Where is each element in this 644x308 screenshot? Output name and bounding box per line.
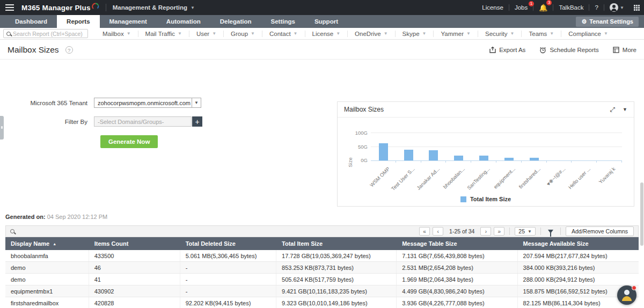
pager-prev-button[interactable]: ‹ <box>433 227 443 236</box>
chevron-down-icon: ▼ <box>510 31 515 36</box>
column-header-total-item-size[interactable]: Total Item Size <box>276 240 397 247</box>
x-label-slot: Hello user ... <box>572 164 597 192</box>
mailbox-sizes-chart-panel: Mailbox Sizes ⤢ ▼ Size 100G 50G 0G WSM O… <box>337 101 634 207</box>
table-row-demo-2[interactable]: demo41-505.624 KB(517,759 bytes)1.969 MB… <box>5 274 639 285</box>
main-tabs: DashboardReportsManagementAutomationDele… <box>5 15 348 28</box>
tenant-settings-button[interactable]: ⚙ Tenant Settings <box>576 17 639 27</box>
cell-display-name: bhoobalanmfa <box>5 250 89 261</box>
x-axis-label: ♥❋~!@#... <box>545 166 566 187</box>
export-as-button[interactable]: Export As <box>489 47 525 53</box>
filter-icon[interactable] <box>548 230 553 233</box>
app-name: M365 Manager Plus <box>21 4 91 12</box>
talkback-label: TalkBack <box>559 4 583 11</box>
menu-onedrive[interactable]: OneDrive▼ <box>347 31 395 37</box>
report-search[interactable] <box>3 29 88 38</box>
help-icon[interactable]: ? <box>65 46 73 54</box>
export-icon <box>489 47 496 53</box>
menu-skype[interactable]: Skype▼ <box>395 31 434 37</box>
generated-on: Generated on: 04 Sep 2020 12:12 PM <box>5 214 107 220</box>
vertical-scrollbar[interactable] <box>640 182 643 246</box>
page-size-select[interactable]: 25 ▼ <box>515 227 536 236</box>
menu-security[interactable]: Security▼ <box>478 31 521 37</box>
chart-bar-test-user-s[interactable] <box>404 150 413 160</box>
tab-dashboard[interactable]: Dashboard <box>5 15 57 28</box>
menu-compliance[interactable]: Compliance▼ <box>561 31 615 37</box>
license-link[interactable]: License <box>477 4 509 11</box>
menu-label: User <box>196 31 209 37</box>
menu-license[interactable]: License▼ <box>305 31 348 37</box>
cell-total-item-size: 17.728 GB(19,035,369,247 bytes) <box>276 250 397 261</box>
table-row-firstsharedmailbox-4[interactable]: firstsharedmailbox42082892.202 KB(94,415… <box>5 297 639 308</box>
talkback-link[interactable]: TalkBack <box>553 4 589 11</box>
help-icon[interactable]: ? <box>589 4 603 11</box>
column-header-message-available-size[interactable]: Message Available Size <box>518 240 639 247</box>
table-row-bhoobalanmfa-0[interactable]: bhoobalanmfa4335005.061 MB(5,306,465 byt… <box>5 250 639 262</box>
cell-message-table-size: 1.969 MB(2,064,384 bytes) <box>397 274 517 285</box>
table-row-equipmentmbx1-3[interactable]: equipmentmbx1430902-9.421 GB(10,116,183,… <box>5 285 639 297</box>
chart-plot-area: 100G 50G 0G <box>371 125 622 160</box>
search-input[interactable] <box>13 31 85 37</box>
menu-label: Group <box>231 31 248 37</box>
apps-grid-icon[interactable] <box>634 5 640 11</box>
tab-support[interactable]: Support <box>305 15 348 28</box>
cell-items-count: 420828 <box>89 297 180 308</box>
hamburger-menu-icon[interactable] <box>5 4 14 11</box>
chevron-down-icon: ▼ <box>212 31 216 36</box>
column-header-message-table-size[interactable]: Message Table Size <box>397 240 517 247</box>
more-button[interactable]: More <box>613 47 636 53</box>
tab-delegation[interactable]: Delegation <box>210 15 261 28</box>
chart-legend[interactable]: Total Item Size <box>338 196 634 202</box>
filter-domains-input[interactable] <box>94 116 192 127</box>
generate-now-button[interactable]: Generate Now <box>100 135 158 148</box>
expand-icon[interactable]: ⤢ <box>610 106 615 113</box>
chevron-down-icon: ▼ <box>192 98 201 107</box>
support-chat-button[interactable] <box>617 285 636 305</box>
chart-bar-janakar-ad[interactable] <box>429 150 438 160</box>
table-body: bhoobalanmfa4335005.061 MB(5,306,465 byt… <box>5 250 639 308</box>
column-label: Message Table Size <box>402 240 457 247</box>
tab-reports[interactable]: Reports <box>57 15 99 28</box>
tenant-select[interactable]: zohocorpwsmopm.onmicrosoft.com ▼ <box>94 98 201 108</box>
chevron-down-icon: ▼ <box>550 31 554 36</box>
chart-bar-santesting[interactable] <box>479 156 488 160</box>
jobs-link[interactable]: Jobs 1 <box>509 4 533 11</box>
chart-bar-slot <box>371 125 396 160</box>
cell-message-table-size: 4.499 GB(4,830,986,240 bytes) <box>397 285 517 297</box>
column-header-display-name[interactable]: Display Name▲ <box>5 240 89 247</box>
column-header-total-deleted-size[interactable]: Total Deleted Size <box>180 240 276 247</box>
more-icon <box>613 47 619 53</box>
cell-display-name: demo <box>5 262 89 273</box>
notifications-badge: 3 <box>546 0 552 5</box>
menu-group[interactable]: Group▼ <box>223 31 262 37</box>
user-menu[interactable]: ▼ <box>604 3 630 12</box>
module-switcher[interactable]: Management & Reporting ▼ <box>113 4 195 11</box>
gear-icon: ⚙ <box>581 18 587 25</box>
tab-automation[interactable]: Automation <box>157 15 210 28</box>
table-header-row: Display Name▲Items CountTotal Deleted Si… <box>5 237 639 250</box>
menu-mail-traffic[interactable]: Mail Traffic▼ <box>138 31 189 37</box>
menu-mailbox[interactable]: Mailbox▼ <box>96 31 138 37</box>
menu-user[interactable]: User▼ <box>189 31 223 37</box>
add-filter-button[interactable]: + <box>192 116 202 127</box>
pager-last-button[interactable]: » <box>494 227 504 236</box>
left-panel-toggle[interactable] <box>0 116 4 140</box>
page-size-value: 25 <box>518 228 525 234</box>
chart-bar-wsm-omp[interactable] <box>379 143 388 160</box>
table-search-icon[interactable] <box>10 229 14 233</box>
pager-next-button[interactable]: › <box>480 227 491 236</box>
chart-bar-bhoobalan[interactable] <box>454 156 463 160</box>
notifications-bell-icon[interactable]: 🔔3 <box>533 4 553 12</box>
menu-contact[interactable]: Contact▼ <box>262 31 305 37</box>
add-remove-columns-button[interactable]: Add/Remove Columns <box>566 226 634 236</box>
tab-settings[interactable]: Settings <box>261 15 305 28</box>
x-label-slot: Janakar Ad... <box>421 164 447 192</box>
table-row-demo-1[interactable]: demo46-853.253 KB(873,731 bytes)2.531 MB… <box>5 262 639 274</box>
menu-yammer[interactable]: Yammer▼ <box>433 31 478 37</box>
tab-management[interactable]: Management <box>100 15 157 28</box>
pager-first-button[interactable]: « <box>419 227 430 236</box>
schedule-reports-button[interactable]: Schedule Reports <box>539 47 598 54</box>
chevron-down-icon: ▼ <box>336 31 340 36</box>
menu-teams[interactable]: Teams▼ <box>521 31 561 37</box>
chart-menu-caret-icon[interactable]: ▼ <box>623 107 627 112</box>
column-header-items-count[interactable]: Items Count <box>89 240 180 247</box>
